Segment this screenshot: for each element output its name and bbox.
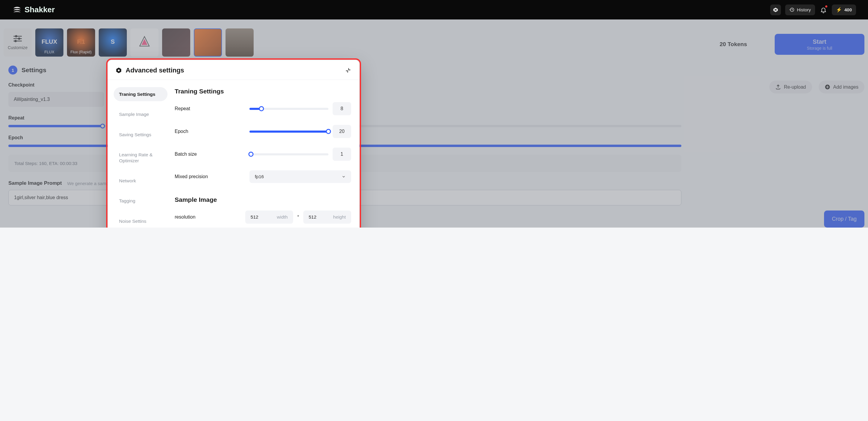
svg-rect-3 <box>776 9 777 10</box>
nav-training-settings[interactable]: Traning Settings <box>114 87 167 101</box>
nav-noise-settings[interactable]: Noise Settins <box>114 214 167 228</box>
epoch-value[interactable]: 20 <box>333 125 351 138</box>
batch-value[interactable]: 1 <box>333 148 351 161</box>
bell-icon <box>820 7 827 13</box>
page-body: Customize FLUXFLUX F.1Flux (Rapid) S 1 S… <box>0 20 868 228</box>
training-heading: Traning Settings <box>175 88 351 95</box>
resolution-separator: * <box>297 215 299 220</box>
mixed-precision-value: fp16 <box>255 174 264 179</box>
notifications-button[interactable] <box>819 6 828 14</box>
history-label: History <box>797 7 811 12</box>
collapse-button[interactable] <box>345 67 352 74</box>
top-nav: Shakker History ⚡ 400 <box>0 0 868 20</box>
svg-point-15 <box>118 69 120 71</box>
svg-rect-1 <box>775 9 775 10</box>
epoch-label: Epoch <box>175 129 249 134</box>
batch-label: Batch size <box>175 151 249 157</box>
credits-value: 400 <box>844 7 852 12</box>
bolt-icon: ⚡ <box>836 7 842 12</box>
repeat-value[interactable]: 8 <box>333 102 351 115</box>
nav-tagging[interactable]: Tagging <box>114 194 167 208</box>
collapse-icon <box>345 68 351 73</box>
resolution-label: resolution <box>175 215 245 220</box>
credits-chip[interactable]: ⚡ 400 <box>832 4 856 15</box>
modal-nav: Traning Settings Sample Image Saving Set… <box>108 80 167 228</box>
nav-sample-image[interactable]: Sample Image <box>114 107 167 121</box>
resolution-width-unit: width <box>277 215 288 220</box>
batch-slider[interactable] <box>249 153 329 156</box>
modal-content: Traning Settings Repeat 8 Epoch <box>167 80 360 228</box>
resolution-height-input[interactable]: 512 height <box>303 210 351 224</box>
repeat-slider[interactable] <box>249 108 329 110</box>
chevron-down-icon <box>342 174 346 179</box>
mixed-precision-label: Mixed precision <box>175 174 249 179</box>
nav-network[interactable]: Network <box>114 174 167 188</box>
history-icon <box>789 7 795 12</box>
mixed-precision-select[interactable]: fp16 <box>249 170 351 183</box>
epoch-slider[interactable] <box>249 131 329 133</box>
repeat-label: Repeat <box>175 106 249 111</box>
logo-icon <box>12 5 22 15</box>
resolution-width-input[interactable]: 512 width <box>245 210 293 224</box>
advanced-settings-modal: Advanced settings Traning Settings Sampl… <box>108 60 360 228</box>
apps-button[interactable] <box>770 4 781 15</box>
nav-learning-rate[interactable]: Learning Rate & Optimizer <box>114 148 167 168</box>
nav-saving-settings[interactable]: Saving Settings <box>114 128 167 142</box>
resolution-height-value: 512 <box>309 215 316 220</box>
modal-title: Advanced settings <box>126 66 184 74</box>
sample-image-heading: Sample Image <box>175 196 351 203</box>
resolution-width-value: 512 <box>251 215 258 220</box>
brand-logo[interactable]: Shakker <box>12 5 55 15</box>
brand-name: Shakker <box>25 5 55 15</box>
gear-icon <box>116 67 122 74</box>
history-button[interactable]: History <box>785 4 815 15</box>
resolution-height-unit: height <box>333 215 346 220</box>
svg-rect-2 <box>776 9 776 10</box>
